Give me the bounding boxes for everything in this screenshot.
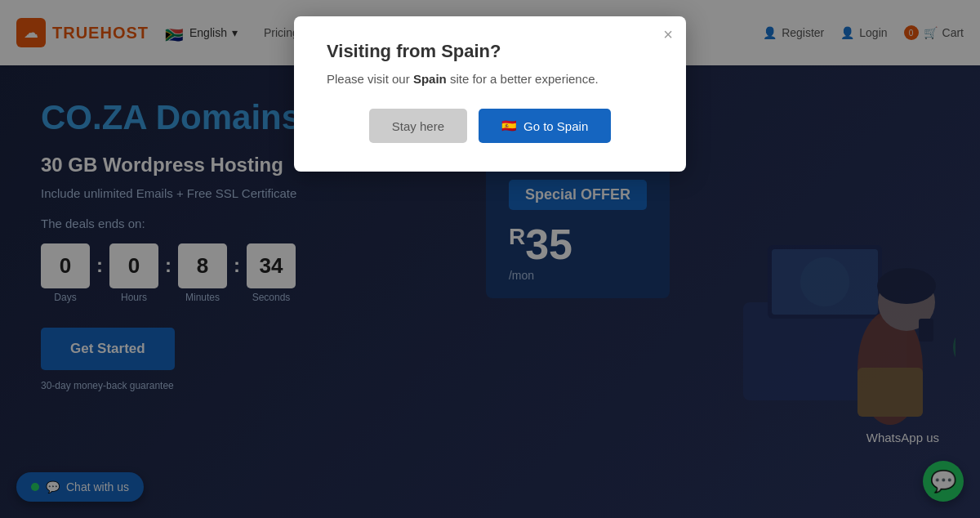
stay-here-button[interactable]: Stay here [369, 109, 467, 143]
modal-actions: Stay here 🇪🇸 Go to Spain [327, 109, 653, 143]
modal-overlay[interactable]: × Visiting from Spain? Please visit our … [0, 0, 980, 518]
modal-title: Visiting from Spain? [327, 41, 653, 62]
modal-close-button[interactable]: × [663, 26, 673, 42]
go-to-spain-label: Go to Spain [523, 119, 588, 133]
go-to-spain-button[interactable]: 🇪🇸 Go to Spain [479, 109, 611, 143]
modal-body: Please visit our Spain site for a better… [327, 72, 653, 86]
modal-body-suffix: site for a better experience. [447, 72, 599, 86]
location-modal: × Visiting from Spain? Please visit our … [294, 16, 686, 172]
modal-country: Spain [413, 72, 447, 86]
spain-flag-icon: 🇪🇸 [501, 118, 517, 133]
modal-body-prefix: Please visit our [327, 72, 413, 86]
